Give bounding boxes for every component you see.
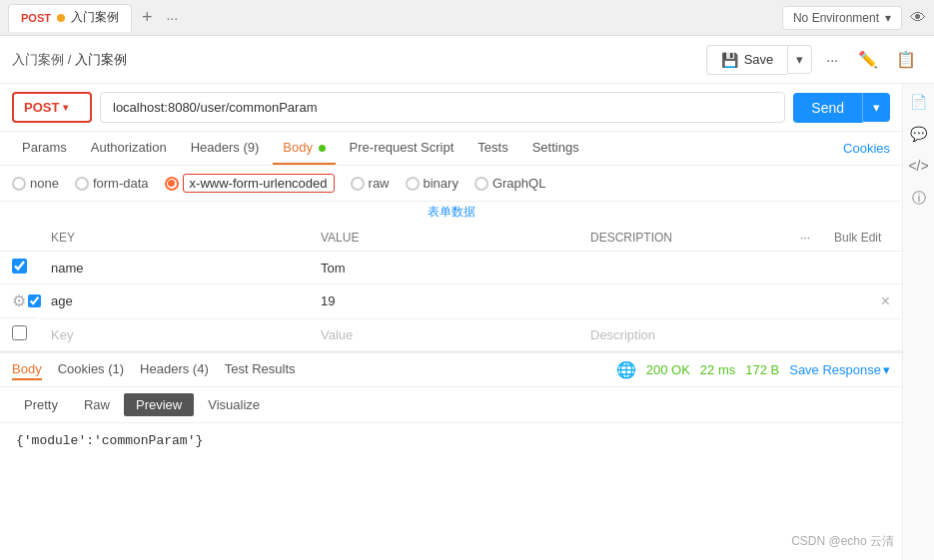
sidebar-code-icon[interactable]: </> xyxy=(908,158,928,174)
url-bar: POST ▾ Send ▾ xyxy=(0,84,902,132)
empty-key-placeholder: Key xyxy=(51,327,73,342)
main-layout: POST ▾ Send ▾ Params Authorization Heade… xyxy=(0,84,934,560)
status-size: 172 B xyxy=(745,362,779,377)
fmt-preview[interactable]: Preview xyxy=(124,393,194,416)
breadcrumb-parent: 入门案例 xyxy=(12,52,64,67)
option-form-data-label: form-data xyxy=(93,176,149,191)
row1-checkbox[interactable] xyxy=(12,259,27,274)
tab-settings[interactable]: Settings xyxy=(522,132,589,165)
tab-authorization[interactable]: Authorization xyxy=(81,132,177,165)
option-none[interactable]: none xyxy=(12,176,59,191)
response-section: Body Cookies (1) Headers (4) Test Result… xyxy=(0,351,902,458)
row2-x[interactable]: × xyxy=(822,284,902,319)
radio-raw xyxy=(351,177,365,191)
env-chevron: ▾ xyxy=(885,11,891,25)
breadcrumb-separator: / xyxy=(68,52,75,67)
empty-key[interactable]: Key xyxy=(39,318,309,351)
right-sidebar: 📄 💬 </> ⓘ xyxy=(902,84,934,560)
empty-row: Key Value Description xyxy=(0,318,902,351)
eye-icon[interactable]: 👁 xyxy=(910,9,926,27)
breadcrumb-current: 入门案例 xyxy=(75,52,127,67)
row1-dots xyxy=(788,252,822,284)
add-tab-button[interactable]: + xyxy=(136,7,159,28)
empty-checkbox-cell xyxy=(0,318,39,351)
save-button-group: 💾 Save ▾ xyxy=(706,45,813,75)
fmt-visualize[interactable]: Visualize xyxy=(196,393,272,416)
tab-more-button[interactable]: ··· xyxy=(162,10,182,26)
resp-tab-test-results[interactable]: Test Results xyxy=(225,359,296,380)
sidebar-file-icon[interactable]: 📄 xyxy=(910,94,927,110)
empty-value-placeholder: Value xyxy=(321,327,353,342)
breadcrumb: 入门案例 / 入门案例 xyxy=(12,51,706,69)
fmt-raw[interactable]: Raw xyxy=(72,393,122,416)
tab-pre-request[interactable]: Pre-request Script xyxy=(340,132,465,165)
empty-value[interactable]: Value xyxy=(309,318,578,351)
empty-checkbox[interactable] xyxy=(12,325,27,340)
save-chevron-button[interactable]: ▾ xyxy=(787,45,812,74)
row1-value[interactable]: Tom xyxy=(309,252,578,284)
header: 入门案例 / 入门案例 💾 Save ▾ ··· ✏️ 📋 xyxy=(0,36,934,84)
row1-description[interactable] xyxy=(578,252,788,284)
response-tabs: Body Cookies (1) Headers (4) Test Result… xyxy=(0,353,902,387)
radio-x-www xyxy=(165,177,179,191)
env-dropdown[interactable]: No Environment ▾ xyxy=(782,6,902,30)
method-selector[interactable]: POST ▾ xyxy=(12,92,92,123)
option-graphql[interactable]: GraphQL xyxy=(474,176,545,191)
resp-tab-body[interactable]: Body xyxy=(12,359,42,380)
col-bulk-edit: Bulk Edit xyxy=(822,225,902,252)
option-none-label: none xyxy=(30,176,59,191)
row2-delete-icon[interactable]: × xyxy=(881,292,890,309)
option-form-data[interactable]: form-data xyxy=(75,176,149,191)
row2-settings-icon[interactable]: ⚙ xyxy=(12,291,26,310)
resp-tab-cookies[interactable]: Cookies (1) xyxy=(58,359,124,380)
save-response-chevron: ▾ xyxy=(883,362,890,377)
tab-title: 入门案例 xyxy=(71,9,119,26)
copy-icon[interactable]: 📋 xyxy=(890,44,922,75)
row1-bulk xyxy=(822,252,902,284)
row2-checkbox-cell: ⚙ xyxy=(0,284,36,318)
tab-dot xyxy=(57,14,65,22)
empty-description[interactable]: Description xyxy=(578,318,788,351)
row2-key[interactable]: age xyxy=(39,284,309,319)
env-selector: No Environment ▾ 👁 xyxy=(782,6,926,30)
fmt-pretty[interactable]: Pretty xyxy=(12,393,70,416)
empty-desc-placeholder: Description xyxy=(590,327,655,342)
row2-value[interactable]: 19 xyxy=(309,284,578,319)
send-button-group: Send ▾ xyxy=(793,93,890,123)
header-more-button[interactable]: ··· xyxy=(818,48,846,72)
tab-bar: POST 入门案例 + ··· No Environment ▾ 👁 xyxy=(0,0,934,36)
tab-body[interactable]: Body xyxy=(273,132,335,165)
url-input[interactable] xyxy=(100,92,785,123)
resp-tab-headers[interactable]: Headers (4) xyxy=(140,359,209,380)
tab-params[interactable]: Params xyxy=(12,132,77,165)
option-raw-label: raw xyxy=(369,176,390,191)
row2-description[interactable] xyxy=(578,284,788,319)
radio-none xyxy=(12,177,26,191)
tab-tests[interactable]: Tests xyxy=(467,132,517,165)
sidebar-chat-icon[interactable]: 💬 xyxy=(910,126,927,142)
option-raw[interactable]: raw xyxy=(351,176,390,191)
format-tabs: Pretty Raw Preview Visualize xyxy=(0,387,902,423)
watermark-text: CSDN @echo 云清 xyxy=(791,534,894,548)
cookies-link[interactable]: Cookies xyxy=(843,141,890,156)
row2-checkbox[interactable] xyxy=(28,293,41,308)
edit-icon[interactable]: ✏️ xyxy=(852,44,884,75)
content-area: POST ▾ Send ▾ Params Authorization Heade… xyxy=(0,84,902,560)
row2-dots xyxy=(788,284,822,319)
request-tab[interactable]: POST 入门案例 xyxy=(8,4,132,32)
send-chevron-button[interactable]: ▾ xyxy=(863,93,890,122)
response-body-text: {'module':'commonParam'} xyxy=(16,433,203,448)
table-label-text: 表单数据 xyxy=(428,205,475,219)
body-dot xyxy=(319,145,326,152)
send-main-button[interactable]: Send xyxy=(793,93,863,123)
save-response-button[interactable]: Save Response ▾ xyxy=(789,362,890,377)
option-binary[interactable]: binary xyxy=(406,176,459,191)
col-key: KEY xyxy=(39,225,309,252)
option-x-www[interactable]: x-www-form-urlencoded xyxy=(165,174,335,193)
tab-headers[interactable]: Headers (9) xyxy=(181,132,270,165)
save-main-button[interactable]: 💾 Save xyxy=(706,45,788,75)
col-dots: ··· xyxy=(788,225,822,252)
sidebar-info-icon[interactable]: ⓘ xyxy=(912,190,926,208)
save-response-label: Save Response xyxy=(789,362,881,377)
row1-key[interactable]: name xyxy=(39,252,309,284)
